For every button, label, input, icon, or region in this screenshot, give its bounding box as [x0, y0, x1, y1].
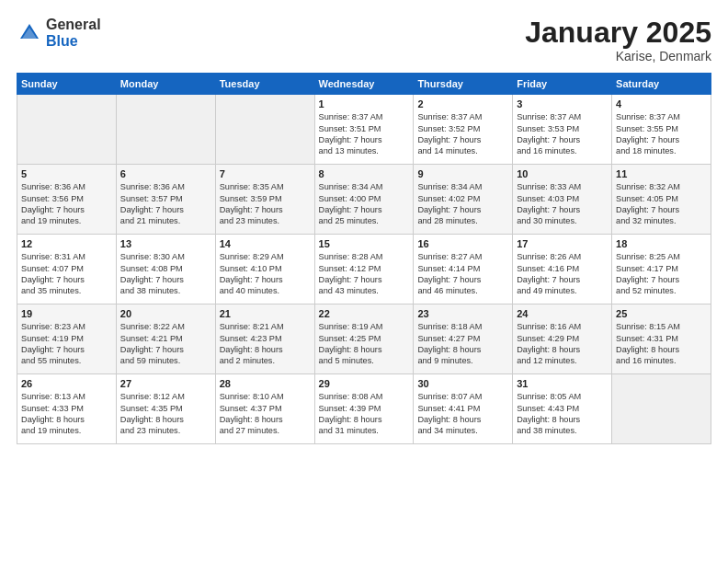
day-detail: Sunrise: 8:35 AM Sunset: 3:59 PM Dayligh…: [220, 181, 311, 227]
day-detail: Sunrise: 8:28 AM Sunset: 4:12 PM Dayligh…: [319, 251, 410, 297]
day-number: 2: [417, 98, 508, 109]
day-number: 13: [120, 238, 211, 249]
weekday-header-sunday: Sunday: [17, 74, 117, 95]
weekday-header-saturday: Saturday: [612, 74, 711, 95]
day-number: 23: [417, 308, 508, 319]
week-row-4: 19Sunrise: 8:23 AM Sunset: 4:19 PM Dayli…: [17, 304, 711, 374]
calendar-table: SundayMondayTuesdayWednesdayThursdayFrid…: [17, 73, 711, 444]
day-number: 30: [417, 378, 508, 389]
day-detail: Sunrise: 8:05 AM Sunset: 4:43 PM Dayligh…: [517, 391, 608, 437]
calendar-cell: 14Sunrise: 8:29 AM Sunset: 4:10 PM Dayli…: [215, 235, 314, 304]
calendar-cell: 30Sunrise: 8:07 AM Sunset: 4:41 PM Dayli…: [414, 374, 513, 444]
day-number: 15: [319, 238, 410, 249]
day-detail: Sunrise: 8:07 AM Sunset: 4:41 PM Dayligh…: [417, 391, 508, 437]
day-detail: Sunrise: 8:37 AM Sunset: 3:53 PM Dayligh…: [517, 111, 608, 157]
calendar-cell: 25Sunrise: 8:15 AM Sunset: 4:31 PM Dayli…: [612, 304, 711, 374]
day-number: 20: [120, 308, 211, 319]
day-detail: Sunrise: 8:27 AM Sunset: 4:14 PM Dayligh…: [417, 251, 508, 297]
calendar-cell: 6Sunrise: 8:36 AM Sunset: 3:57 PM Daylig…: [116, 165, 215, 235]
day-detail: Sunrise: 8:36 AM Sunset: 3:56 PM Dayligh…: [21, 181, 112, 227]
day-number: 24: [517, 308, 608, 319]
logo-blue: Blue: [46, 33, 101, 50]
weekday-header-thursday: Thursday: [414, 74, 513, 95]
day-number: 14: [220, 238, 311, 249]
day-detail: Sunrise: 8:36 AM Sunset: 3:57 PM Dayligh…: [120, 181, 211, 227]
day-detail: Sunrise: 8:23 AM Sunset: 4:19 PM Dayligh…: [21, 321, 112, 367]
calendar-cell: 23Sunrise: 8:18 AM Sunset: 4:27 PM Dayli…: [414, 304, 513, 374]
week-row-3: 12Sunrise: 8:31 AM Sunset: 4:07 PM Dayli…: [17, 235, 711, 304]
calendar-cell: 3Sunrise: 8:37 AM Sunset: 3:53 PM Daylig…: [513, 95, 612, 165]
day-number: 22: [319, 308, 410, 319]
calendar-cell: 9Sunrise: 8:34 AM Sunset: 4:02 PM Daylig…: [414, 165, 513, 235]
calendar-cell: 21Sunrise: 8:21 AM Sunset: 4:23 PM Dayli…: [215, 304, 314, 374]
day-detail: Sunrise: 8:26 AM Sunset: 4:16 PM Dayligh…: [517, 251, 608, 297]
calendar-cell: 10Sunrise: 8:33 AM Sunset: 4:03 PM Dayli…: [513, 165, 612, 235]
day-number: 9: [417, 168, 508, 179]
calendar-cell: 19Sunrise: 8:23 AM Sunset: 4:19 PM Dayli…: [17, 304, 117, 374]
day-detail: Sunrise: 8:18 AM Sunset: 4:27 PM Dayligh…: [417, 321, 508, 367]
calendar-cell: 29Sunrise: 8:08 AM Sunset: 4:39 PM Dayli…: [314, 374, 414, 444]
day-detail: Sunrise: 8:19 AM Sunset: 4:25 PM Dayligh…: [319, 321, 410, 367]
calendar-cell: 18Sunrise: 8:25 AM Sunset: 4:17 PM Dayli…: [612, 235, 711, 304]
calendar-cell: 31Sunrise: 8:05 AM Sunset: 4:43 PM Dayli…: [513, 374, 612, 444]
weekday-row: SundayMondayTuesdayWednesdayThursdayFrid…: [17, 74, 711, 95]
day-detail: Sunrise: 8:10 AM Sunset: 4:37 PM Dayligh…: [220, 391, 311, 437]
title-block: January 2025 Karise, Denmark: [525, 17, 711, 63]
day-number: 5: [21, 168, 112, 179]
weekday-header-friday: Friday: [513, 74, 612, 95]
calendar-cell: 12Sunrise: 8:31 AM Sunset: 4:07 PM Dayli…: [17, 235, 117, 304]
calendar-body: 1Sunrise: 8:37 AM Sunset: 3:51 PM Daylig…: [17, 95, 711, 444]
calendar-cell: 16Sunrise: 8:27 AM Sunset: 4:14 PM Dayli…: [414, 235, 513, 304]
calendar-cell: [116, 95, 215, 165]
weekday-header-wednesday: Wednesday: [314, 74, 414, 95]
day-number: 16: [417, 238, 508, 249]
day-detail: Sunrise: 8:22 AM Sunset: 4:21 PM Dayligh…: [120, 321, 211, 367]
page: General Blue January 2025 Karise, Denmar…: [0, 0, 728, 563]
calendar-cell: 17Sunrise: 8:26 AM Sunset: 4:16 PM Dayli…: [513, 235, 612, 304]
day-number: 27: [120, 378, 211, 389]
logo-text: General Blue: [46, 17, 101, 49]
week-row-1: 1Sunrise: 8:37 AM Sunset: 3:51 PM Daylig…: [17, 95, 711, 165]
day-number: 11: [616, 168, 707, 179]
calendar-header: SundayMondayTuesdayWednesdayThursdayFrid…: [17, 74, 711, 95]
calendar-cell: 5Sunrise: 8:36 AM Sunset: 3:56 PM Daylig…: [17, 165, 117, 235]
calendar-cell: 26Sunrise: 8:13 AM Sunset: 4:33 PM Dayli…: [17, 374, 117, 444]
day-number: 25: [616, 308, 707, 319]
week-row-5: 26Sunrise: 8:13 AM Sunset: 4:33 PM Dayli…: [17, 374, 711, 444]
day-detail: Sunrise: 8:13 AM Sunset: 4:33 PM Dayligh…: [21, 391, 112, 437]
day-detail: Sunrise: 8:30 AM Sunset: 4:08 PM Dayligh…: [120, 251, 211, 297]
day-detail: Sunrise: 8:29 AM Sunset: 4:10 PM Dayligh…: [220, 251, 311, 297]
day-detail: Sunrise: 8:08 AM Sunset: 4:39 PM Dayligh…: [319, 391, 410, 437]
day-detail: Sunrise: 8:37 AM Sunset: 3:55 PM Dayligh…: [616, 111, 707, 157]
calendar-cell: 13Sunrise: 8:30 AM Sunset: 4:08 PM Dayli…: [116, 235, 215, 304]
day-detail: Sunrise: 8:37 AM Sunset: 3:51 PM Dayligh…: [319, 111, 410, 157]
day-detail: Sunrise: 8:15 AM Sunset: 4:31 PM Dayligh…: [616, 321, 707, 367]
calendar-cell: [17, 95, 117, 165]
day-number: 4: [616, 98, 707, 109]
day-detail: Sunrise: 8:25 AM Sunset: 4:17 PM Dayligh…: [616, 251, 707, 297]
day-number: 28: [220, 378, 311, 389]
calendar-cell: [612, 374, 711, 444]
calendar-cell: 20Sunrise: 8:22 AM Sunset: 4:21 PM Dayli…: [116, 304, 215, 374]
day-number: 8: [319, 168, 410, 179]
day-detail: Sunrise: 8:21 AM Sunset: 4:23 PM Dayligh…: [220, 321, 311, 367]
calendar-cell: 22Sunrise: 8:19 AM Sunset: 4:25 PM Dayli…: [314, 304, 414, 374]
day-detail: Sunrise: 8:33 AM Sunset: 4:03 PM Dayligh…: [517, 181, 608, 227]
logo: General Blue: [17, 17, 101, 49]
calendar-cell: [215, 95, 314, 165]
day-number: 29: [319, 378, 410, 389]
day-number: 31: [517, 378, 608, 389]
day-number: 26: [21, 378, 112, 389]
logo-general: General: [46, 17, 101, 33]
day-number: 19: [21, 308, 112, 319]
calendar-cell: 8Sunrise: 8:34 AM Sunset: 4:00 PM Daylig…: [314, 165, 414, 235]
day-detail: Sunrise: 8:37 AM Sunset: 3:52 PM Dayligh…: [417, 111, 508, 157]
calendar-cell: 1Sunrise: 8:37 AM Sunset: 3:51 PM Daylig…: [314, 95, 414, 165]
weekday-header-monday: Monday: [116, 74, 215, 95]
weekday-header-tuesday: Tuesday: [215, 74, 314, 95]
day-number: 21: [220, 308, 311, 319]
calendar-title: January 2025: [525, 17, 711, 49]
day-number: 1: [319, 98, 410, 109]
calendar-cell: 24Sunrise: 8:16 AM Sunset: 4:29 PM Dayli…: [513, 304, 612, 374]
calendar-cell: 15Sunrise: 8:28 AM Sunset: 4:12 PM Dayli…: [314, 235, 414, 304]
